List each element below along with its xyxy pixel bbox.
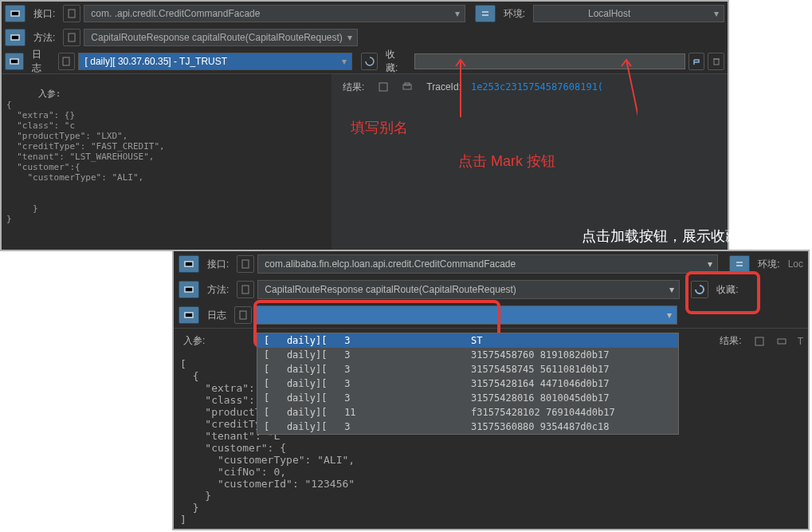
p2-label-fav: 收藏: bbox=[712, 283, 743, 297]
interface-dropdown[interactable]: com. .api.credit.CreditCommandFacade bbox=[84, 5, 465, 22]
label-fav: 收藏: bbox=[381, 48, 411, 75]
p2-save-icon[interactable] bbox=[750, 332, 769, 351]
p2-label-interface: 接口: bbox=[202, 258, 233, 271]
p2-log-icon[interactable] bbox=[178, 306, 199, 324]
svg-rect-0 bbox=[11, 11, 19, 16]
p2-method-icon[interactable] bbox=[178, 281, 199, 298]
p2-label-log: 日志 bbox=[202, 309, 231, 322]
method-file-icon[interactable] bbox=[63, 29, 80, 46]
p2-label-method: 方法: bbox=[202, 283, 233, 297]
svg-rect-10 bbox=[185, 262, 193, 266]
svg-rect-12 bbox=[185, 287, 193, 292]
svg-rect-6 bbox=[714, 59, 719, 65]
svg-rect-3 bbox=[69, 33, 75, 41]
p2-interface-dropdown[interactable]: com.alibaba.fin.elcp.loan.api.credit.Cre… bbox=[257, 254, 718, 274]
p2-method-file-icon[interactable] bbox=[237, 281, 254, 298]
method-value: CapitalRouteResponse capitalRoute(Capita… bbox=[91, 32, 343, 43]
svg-rect-14 bbox=[185, 313, 193, 317]
list-item[interactable]: [ daily][ 3 31575428164 4471046d0b17 bbox=[257, 376, 678, 391]
row-interface: 接口: com. .api.credit.CreditCommandFacade… bbox=[2, 2, 728, 26]
svg-rect-4 bbox=[10, 59, 18, 64]
label-input: 入参: bbox=[38, 89, 61, 99]
p2-method-value: CapitalRouteResponse capitalRoute(Capita… bbox=[265, 284, 516, 295]
input-area[interactable]: 入参: { "extra": {} "class": "c "productTy… bbox=[2, 74, 331, 250]
label-interface: 接口: bbox=[29, 7, 60, 21]
list-item[interactable]: [ daily][ 11 f31575428102 7691044d0b17 bbox=[257, 405, 678, 420]
p2-log-file-icon[interactable] bbox=[234, 306, 252, 324]
svg-rect-1 bbox=[69, 10, 75, 18]
svg-rect-11 bbox=[242, 260, 249, 268]
svg-rect-17 bbox=[778, 339, 786, 344]
svg-rect-13 bbox=[242, 286, 249, 294]
result-bar: 结果: TraceId: 1e253c2315754587608191( bbox=[331, 74, 728, 100]
log-dropdown[interactable]: [ daily][ 30.37.60.35] - TJ_TRUST bbox=[78, 53, 352, 70]
p2-row-log: 日志 bbox=[174, 302, 808, 328]
p2-print-icon[interactable] bbox=[772, 332, 791, 351]
annotation-load: 点击加载按钮，展示收藏列表 bbox=[582, 227, 768, 246]
env-value: LocalHost bbox=[588, 8, 630, 19]
annotation-alias: 填写别名 bbox=[351, 118, 408, 137]
svg-rect-7 bbox=[379, 83, 387, 91]
print-icon[interactable] bbox=[398, 77, 417, 97]
log-file-icon[interactable] bbox=[58, 53, 75, 70]
row-method: 方法: CapitalRouteResponse capitalRoute(Ca… bbox=[2, 26, 728, 49]
svg-rect-16 bbox=[755, 337, 763, 345]
fav-list: [ daily][ 3 ST [ daily][ 3 31575458760 8… bbox=[257, 333, 679, 435]
env-dropdown[interactable]: LocalHost bbox=[533, 5, 724, 22]
log-icon[interactable] bbox=[5, 53, 24, 70]
refresh-icon[interactable] bbox=[361, 53, 378, 70]
save-icon[interactable] bbox=[374, 77, 393, 97]
list-item[interactable]: [ daily][ 3 31575458760 8191082d0b17 bbox=[257, 348, 678, 362]
arrow-1 bbox=[448, 58, 472, 120]
log-value: [ daily][ 30.37.60.35] - TJ_TRUST bbox=[85, 56, 228, 67]
list-item[interactable]: [ daily][ 3 31575360880 9354487d0c18 bbox=[257, 420, 678, 434]
arrow-2 bbox=[614, 58, 637, 154]
svg-rect-15 bbox=[240, 311, 246, 319]
label-method: 方法: bbox=[29, 31, 60, 45]
p2-row-interface: 接口: com.alibaba.fin.elcp.loan.api.credit… bbox=[174, 251, 808, 277]
label-env: 环境: bbox=[499, 7, 530, 21]
traceid-link[interactable]: 1e253c2315754587608191( bbox=[471, 81, 603, 93]
p2-label-env: 环境: bbox=[753, 258, 784, 271]
interface-file-icon[interactable] bbox=[63, 5, 80, 22]
p2-log-dropdown[interactable] bbox=[255, 305, 677, 325]
interface-value: com. .api.credit.CreditCommandFacade bbox=[91, 8, 260, 19]
label-result: 结果: bbox=[338, 81, 369, 94]
list-item[interactable]: [ daily][ 3 31575458745 5611081d0b17 bbox=[257, 362, 678, 376]
p2-interface-value: com.alibaba.fin.elcp.loan.api.credit.Cre… bbox=[265, 258, 516, 270]
p2-row-method: 方法: CapitalRouteResponse capitalRoute(Ca… bbox=[174, 277, 808, 302]
p2-interface-icon[interactable] bbox=[178, 255, 199, 273]
list-item[interactable]: [ daily][ 3 31575428016 8010045d0b17 bbox=[257, 391, 678, 405]
delete-icon[interactable] bbox=[708, 53, 724, 70]
list-item[interactable]: [ daily][ 3 ST bbox=[257, 333, 678, 348]
p2-label-input: 入参: bbox=[178, 334, 210, 348]
env-icon[interactable] bbox=[475, 5, 496, 22]
interface-icon[interactable] bbox=[5, 5, 25, 22]
svg-rect-5 bbox=[63, 57, 69, 65]
p2-label-result: 结果: bbox=[715, 334, 746, 348]
p2-env-icon[interactable] bbox=[729, 255, 750, 273]
panel-bottom: 接口: com.alibaba.fin.elcp.loan.api.credit… bbox=[172, 250, 810, 530]
method-dropdown[interactable]: CapitalRouteResponse capitalRoute(Capita… bbox=[84, 29, 358, 46]
code-top: { "extra": {} "class": "c "productType":… bbox=[6, 100, 165, 224]
label-log: 日志 bbox=[27, 48, 54, 75]
p2-method-dropdown[interactable]: CapitalRouteResponse capitalRoute(Capita… bbox=[257, 280, 680, 299]
method-icon[interactable] bbox=[5, 29, 25, 46]
mark-button[interactable] bbox=[688, 53, 705, 70]
annotation-mark: 点击 Mark 按钮 bbox=[458, 152, 555, 171]
svg-rect-2 bbox=[11, 35, 19, 40]
p2-load-button[interactable] bbox=[691, 281, 708, 298]
p2-int-file-icon[interactable] bbox=[237, 255, 254, 273]
